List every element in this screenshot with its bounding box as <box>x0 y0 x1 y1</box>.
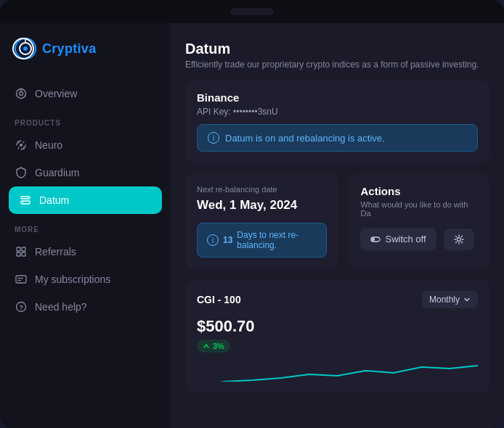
cgi-price: $500.70 <box>197 317 478 336</box>
switch-off-button[interactable]: Switch off <box>360 228 436 250</box>
referrals-icon <box>15 245 28 258</box>
cgi-change-value: 3% <box>213 342 224 350</box>
svg-text:?: ? <box>20 304 24 311</box>
neuro-icon <box>15 139 28 152</box>
arrow-up-icon <box>203 342 210 350</box>
api-key-label: API Key: <box>197 107 231 117</box>
chart-area <box>197 360 478 382</box>
sidebar-item-guardium[interactable]: Guardium <box>0 159 171 186</box>
cards-row: Next re-balancing date Wed, 1 May, 2024 … <box>185 173 489 269</box>
datum-icon <box>19 194 32 207</box>
chevron-down-icon <box>463 296 471 303</box>
page-header: Datum Efficiently trade our proprietary … <box>185 41 489 70</box>
status-info-icon: i <box>208 132 219 144</box>
camera-notch <box>230 8 274 15</box>
subscriptions-icon <box>15 273 28 286</box>
svg-rect-11 <box>17 247 20 251</box>
products-section-label: PRODUCTS <box>0 107 171 131</box>
svg-rect-13 <box>17 252 20 256</box>
guardium-icon <box>15 166 28 179</box>
svg-rect-12 <box>22 247 25 251</box>
status-text: Datum is on and rebalancing is active. <box>225 133 385 144</box>
sidebar: Cryptiva Overview PRODUCTS <box>0 23 171 428</box>
rebalance-card: Next re-balancing date Wed, 1 May, 2024 … <box>185 173 338 269</box>
rebalance-date: Wed, 1 May, 2024 <box>197 198 327 213</box>
svg-rect-9 <box>21 201 30 204</box>
svg-point-2 <box>23 46 28 51</box>
svg-rect-16 <box>17 278 23 279</box>
days-banner: i 13 Days to next re-balancing. <box>197 223 327 258</box>
switch-off-icon <box>370 234 381 244</box>
svg-point-21 <box>372 238 375 241</box>
svg-rect-8 <box>21 197 30 199</box>
days-num: 13 <box>223 235 232 245</box>
binance-card-title: Binance <box>197 91 478 104</box>
logo-text: Cryptiva <box>42 41 96 57</box>
monthly-dropdown[interactable]: Monthly <box>422 291 478 308</box>
sidebar-item-subscriptions[interactable]: My subscriptions <box>0 266 171 293</box>
top-bar <box>0 0 504 23</box>
sidebar-item-subscriptions-label: My subscriptions <box>35 273 110 285</box>
svg-rect-17 <box>17 280 21 281</box>
page-title: Datum <box>185 41 489 57</box>
svg-point-5 <box>20 92 23 96</box>
sidebar-item-overview-label: Overview <box>35 88 77 99</box>
sidebar-item-guardium-label: Guardium <box>35 167 79 178</box>
logo-icon <box>15 38 36 59</box>
actions-subtitle: What would you like to do with Da <box>360 200 478 218</box>
svg-point-22 <box>457 237 460 241</box>
actions-card: Actions What would you like to do with D… <box>349 173 489 269</box>
cgi-change-badge: 3% <box>197 339 230 353</box>
cgi-title: CGI - 100 <box>197 294 241 305</box>
monthly-label: Monthly <box>429 295 460 305</box>
help-icon: ? <box>15 300 28 313</box>
cgi-header: CGI - 100 Monthly <box>197 291 478 308</box>
status-banner: i Datum is on and rebalancing is active. <box>197 124 478 152</box>
sidebar-item-datum-label: Datum <box>39 194 69 206</box>
svg-point-7 <box>20 144 23 147</box>
cog-button[interactable] <box>444 229 474 250</box>
sidebar-item-help[interactable]: ? Need help? <box>0 293 171 321</box>
more-section-label: MORE <box>0 214 171 238</box>
sidebar-item-neuro-label: Neuro <box>35 139 62 151</box>
page-subtitle: Efficiently trade our proprietary crypto… <box>185 59 489 70</box>
svg-point-1 <box>20 43 31 54</box>
svg-point-0 <box>15 38 36 59</box>
logo-area: Cryptiva <box>0 38 171 80</box>
main-content: Datum Efficiently trade our proprietary … <box>171 23 504 428</box>
days-text: Days to next re-balancing. <box>237 230 317 250</box>
sidebar-item-help-label: Need help? <box>35 301 87 313</box>
days-info-icon: i <box>207 234 219 246</box>
actions-btn-row: Switch off <box>360 228 478 250</box>
binance-card: Binance API Key: ••••••••3snU i Datum is… <box>185 80 489 163</box>
svg-rect-14 <box>22 252 25 256</box>
sidebar-item-datum[interactable]: Datum <box>9 186 162 214</box>
sidebar-item-neuro[interactable]: Neuro <box>0 131 171 159</box>
rebalance-label: Next re-balancing date <box>197 185 327 194</box>
overview-icon <box>15 87 28 100</box>
sidebar-item-overview[interactable]: Overview <box>0 80 171 107</box>
api-key-value: ••••••••3snU <box>233 107 278 117</box>
svg-rect-15 <box>16 276 26 283</box>
cgi-card: CGI - 100 Monthly $500.70 3% <box>185 279 489 393</box>
sidebar-item-referrals[interactable]: Referrals <box>0 238 171 266</box>
cog-icon <box>454 234 464 244</box>
sidebar-item-referrals-label: Referrals <box>35 246 76 258</box>
api-key-row: API Key: ••••••••3snU <box>197 107 478 117</box>
actions-title: Actions <box>360 185 478 197</box>
